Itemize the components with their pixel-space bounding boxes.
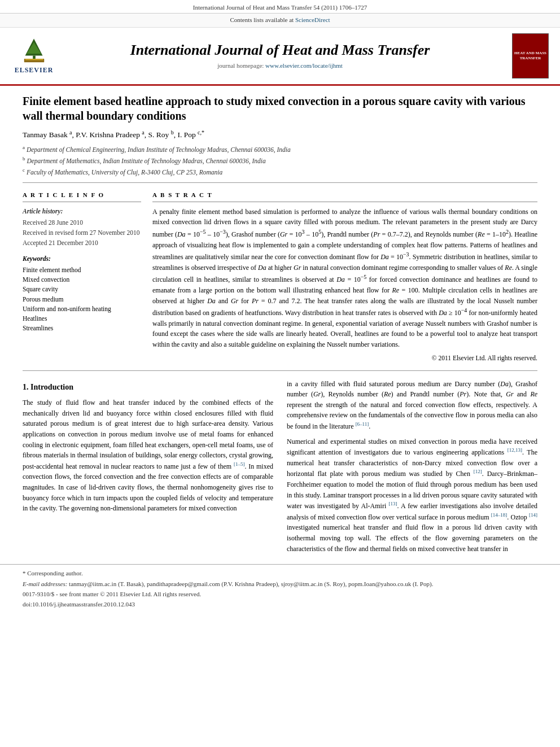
article-info-column: A R T I C L E I N F O Article history: R… [23,191,141,362]
keyword-3: Square cavity [23,285,141,294]
keyword-1: Finite element method [23,265,141,274]
article-title-section: Finite element based heatline approach t… [23,86,537,184]
body-two-column: 1. Introduction The study of fluid flow … [23,371,537,559]
keywords-label: Keywords: [23,254,141,263]
elsevier-logo: ELSEVIER [11,36,56,75]
body-right-para-2: Numerical and experimental studies on mi… [287,436,537,554]
journal-homepage: journal homepage: www.elsevier.com/locat… [56,62,504,70]
affiliation-a: a Department of Chemical Engineering, In… [23,144,537,155]
sciencedirect-link[interactable]: ScienceDirect [295,16,330,23]
keyword-7: Streamlines [23,324,141,333]
affiliation-c: c Faculty of Mathematics, University of … [23,167,537,177]
citation-text: International Journal of Heat and Mass T… [193,4,367,11]
accepted-date: Accepted 21 December 2010 [23,238,141,247]
main-content: Finite element based heatline approach t… [0,86,560,558]
homepage-label: journal homepage: [217,62,264,69]
keyword-5: Uniform and non-uniform heating [23,304,141,313]
authors-text: Tanmay Basak a, P.V. Krishna Pradeep a, … [23,130,204,139]
journal-cover-container: HEAT AND MASS TRANSFER [504,33,549,78]
body-left-column: 1. Introduction The study of fluid flow … [23,379,273,559]
abstract-text: A penalty finite element method based si… [152,207,537,350]
abstract-title: A B S T R A C T [152,191,537,202]
keywords-list: Finite element method Mixed convection S… [23,265,141,333]
keyword-2: Mixed convection [23,275,141,284]
cover-title: HEAT AND MASS TRANSFER [514,51,546,60]
body-left-para-1: The study of fluid flow and heat transfe… [23,397,273,514]
authors-line: Tanmay Basak a, P.V. Krishna Pradeep a, … [23,129,537,141]
article-title: Finite element based heatline approach t… [23,94,537,123]
abstract-copyright: © 2011 Elsevier Ltd. All rights reserved… [152,353,537,362]
contents-text: Contents lists available at [230,16,294,23]
svg-rect-5 [25,59,43,60]
keyword-4: Porous medium [23,295,141,304]
journal-title-center: International Journal of Heat and Mass T… [56,41,504,70]
section-1-title: 1. Introduction [23,381,273,394]
footer: * Corresponding author. E-mail addresses… [0,564,560,614]
top-citation-bar: International Journal of Heat and Mass T… [0,0,560,14]
article-info-title: A R T I C L E I N F O [23,191,141,202]
keyword-6: Heatlines [23,314,141,323]
footnote-emails: E-mail addresses: tanmay@iitm.ac.in (T. … [23,580,537,588]
article-history: Article history: Received 28 June 2010 R… [23,207,141,247]
history-label: Article history: [23,207,141,216]
article-info-abstract-section: A R T I C L E I N F O Article history: R… [23,183,537,370]
body-right-column: in a cavity filled with fluid saturated … [287,379,537,559]
affiliation-b: b Department of Mathematics, Indian Inst… [23,155,537,166]
contents-line: Contents lists available at ScienceDirec… [0,14,560,27]
journal-header: ELSEVIER International Journal of Heat a… [0,28,560,86]
received-date: Received 28 June 2010 [23,218,141,227]
body-right-para-1: in a cavity filled with fluid saturated … [287,379,537,432]
elsevier-tree-icon [19,36,50,64]
journal-cover-image: HEAT AND MASS TRANSFER [512,33,549,78]
elsevier-logo-container: ELSEVIER [11,36,56,75]
affiliations: a Department of Chemical Engineering, In… [23,144,537,177]
homepage-link[interactable]: www.elsevier.com/locate/ijhmt [265,62,343,69]
revised-date: Received in revised form 27 November 201… [23,228,141,237]
keywords-section: Keywords: Finite element method Mixed co… [23,254,141,333]
abstract-column: A B S T R A C T A penalty finite element… [152,191,537,362]
footer-issn: 0017-9310/$ - see front matter © 2011 El… [23,590,537,599]
footnote-corresponding: * Corresponding author. [23,569,537,578]
elsevier-brand-text: ELSEVIER [15,65,54,75]
journal-title: International Journal of Heat and Mass T… [56,41,504,59]
footer-doi: doi:10.1016/j.ijheatmasstransfer.2010.12… [23,600,537,609]
